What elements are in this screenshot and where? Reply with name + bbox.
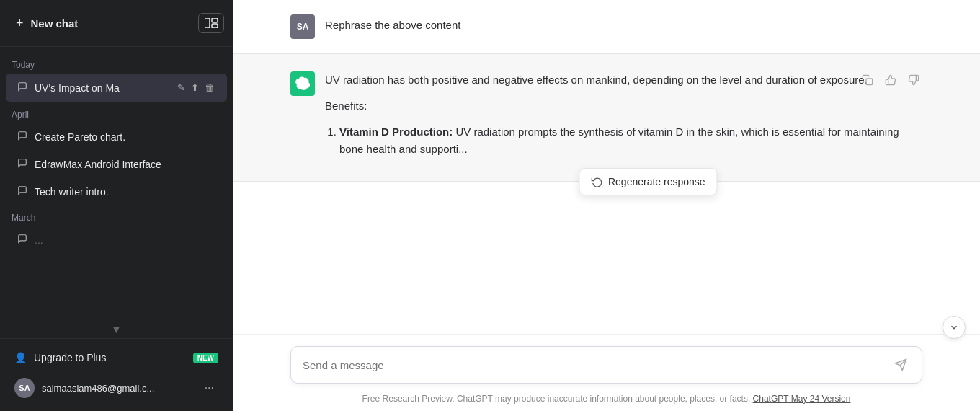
footer: Free Research Preview. ChatGPT may produ…	[233, 389, 980, 411]
edit-icon[interactable]: ✎	[176, 81, 187, 94]
share-icon[interactable]: ⬆	[190, 81, 200, 94]
chat-icon	[17, 81, 27, 94]
sidebar-item-pareto[interactable]: Create Pareto chart.	[6, 123, 227, 150]
benefits-label: Benefits:	[325, 97, 922, 115]
delete-icon[interactable]: 🗑	[203, 81, 215, 94]
layout-toggle-button[interactable]	[198, 13, 224, 33]
sidebar-header: + New chat	[0, 0, 233, 47]
user-message-text: Rephrase the above content	[325, 14, 460, 31]
sidebar-scroll-area[interactable]: Today UV's Impact on Ma ✎ ⬆ 🗑 April Crea…	[0, 47, 233, 321]
chat-icon	[17, 185, 27, 198]
copy-button[interactable]	[859, 71, 876, 92]
layout-icon	[205, 18, 218, 28]
sidebar-item-tech-writer[interactable]: Tech writer intro.	[6, 178, 227, 205]
chat-icon	[17, 158, 27, 170]
regenerate-popup[interactable]: Regenerate response	[579, 168, 718, 195]
avatar: SA	[14, 378, 35, 398]
thumbs-up-button[interactable]	[882, 71, 899, 92]
response-intro: UV radiation has both positive and negat…	[325, 71, 922, 89]
benefit-item-1: Vitamin D Production: UV radiation promp…	[339, 123, 922, 158]
sidebar-item-text: Tech writer intro.	[35, 186, 215, 198]
section-today-label: Today	[0, 53, 233, 73]
user-row[interactable]: SA saimaaslam486@gmail.c... ···	[6, 371, 227, 405]
user-message: SA Rephrase the above content	[233, 0, 980, 53]
footer-text: Free Research Preview. ChatGPT may produ…	[362, 394, 751, 404]
sidebar-item-text: UV's Impact on Ma	[35, 82, 169, 94]
sidebar-item-text: ...	[35, 234, 215, 246]
footer-link[interactable]: ChatGPT May 24 Version	[753, 394, 851, 404]
chat-icon	[17, 131, 27, 143]
section-march-label: March	[0, 206, 233, 226]
upgrade-to-plus-button[interactable]: 👤 Upgrade to Plus NEW	[6, 345, 227, 371]
new-chat-button[interactable]: + New chat	[9, 10, 198, 37]
message-actions	[859, 71, 922, 92]
plus-icon: +	[16, 16, 24, 31]
chat-icon	[17, 234, 27, 246]
input-area	[233, 334, 980, 389]
input-box	[290, 346, 922, 384]
sidebar-item-uv-impact[interactable]: UV's Impact on Ma ✎ ⬆ 🗑	[6, 74, 227, 102]
user-menu-button[interactable]: ···	[200, 380, 218, 396]
chevron-down-icon	[949, 322, 959, 332]
assistant-content: UV radiation has both positive and negat…	[325, 71, 922, 164]
new-badge: NEW	[193, 353, 218, 363]
openai-icon	[295, 76, 310, 91]
assistant-message: UV radiation has both positive and negat…	[233, 53, 980, 182]
scroll-down-area: ▼	[0, 321, 233, 338]
new-chat-label: New chat	[31, 17, 79, 30]
scroll-to-bottom-button[interactable]	[943, 316, 966, 339]
svg-rect-3	[866, 79, 873, 85]
section-april-label: April	[0, 102, 233, 123]
regenerate-icon	[591, 176, 602, 187]
regenerate-label: Regenerate response	[608, 176, 705, 187]
sidebar-item-edrawmax[interactable]: EdrawMax Android Interface	[6, 151, 227, 177]
send-button[interactable]	[891, 355, 910, 374]
benefits-list: Vitamin D Production: UV radiation promp…	[325, 123, 922, 158]
svg-rect-2	[212, 24, 218, 28]
thumbs-down-button[interactable]	[905, 71, 922, 92]
sidebar: + New chat Today UV's Impact on Ma ✎ ⬆ 🗑	[0, 0, 233, 411]
sidebar-item-march[interactable]: ...	[6, 226, 227, 253]
sidebar-bottom: 👤 Upgrade to Plus NEW SA saimaaslam486@g…	[0, 338, 233, 411]
send-icon	[894, 358, 907, 371]
upgrade-label: Upgrade to Plus	[34, 352, 106, 363]
svg-rect-1	[212, 18, 218, 22]
item-actions: ✎ ⬆ 🗑	[176, 81, 215, 94]
svg-rect-0	[205, 18, 210, 28]
user-avatar: SA	[290, 14, 315, 39]
assistant-avatar	[290, 71, 315, 96]
sidebar-item-text: EdrawMax Android Interface	[35, 159, 215, 170]
benefit-1-label: Vitamin D Production:	[339, 125, 453, 138]
main-content: SA Rephrase the above content UV radiati…	[233, 0, 980, 411]
chat-area[interactable]: SA Rephrase the above content UV radiati…	[233, 0, 980, 334]
sidebar-item-text: Create Pareto chart.	[35, 131, 215, 143]
user-icon: 👤	[14, 352, 27, 363]
user-email: saimaaslam486@gmail.c...	[42, 383, 193, 394]
chevron-down-icon: ▼	[112, 324, 122, 335]
message-input[interactable]	[303, 359, 891, 371]
